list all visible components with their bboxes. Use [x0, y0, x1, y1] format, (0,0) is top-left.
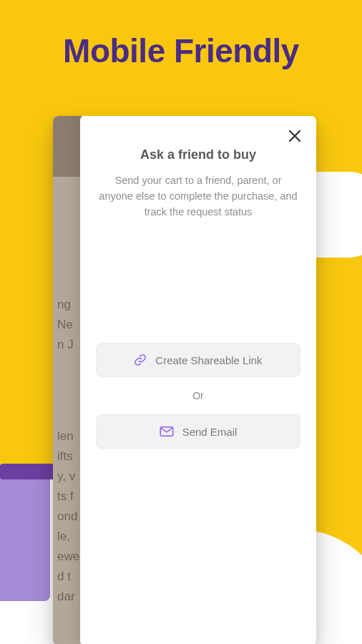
button-label: Create Shareable Link — [155, 354, 262, 366]
close-button[interactable] — [285, 126, 305, 146]
button-label: Send Email — [182, 426, 238, 438]
bg-text-fragment: ng Ne n J — [53, 295, 82, 355]
create-shareable-link-button[interactable]: Create Shareable Link — [96, 343, 300, 377]
close-icon — [288, 129, 302, 143]
phone-bg-top — [53, 116, 82, 177]
link-icon — [134, 353, 147, 366]
email-icon — [160, 426, 174, 437]
phone-frame: ng Ne n J len ifts y, v ts f ond le, ewe… — [53, 116, 316, 644]
modal-actions: Create Shareable Link Or Send Email — [96, 343, 300, 449]
bg-shape — [0, 472, 50, 601]
send-email-button[interactable]: Send Email — [96, 414, 300, 449]
phone-bg-left: ng Ne n J len ifts y, v ts f ond le, ewe… — [53, 116, 82, 644]
modal-title: Ask a friend to buy — [96, 147, 300, 162]
or-separator: Or — [192, 390, 204, 401]
bg-text-fragment: len ifts y, v ts f ond le, ewe d t dar — [53, 426, 82, 607]
modal-subtitle: Send your cart to a friend, parent, or a… — [96, 172, 300, 220]
promo-stage: Mobile Friendly ng Ne n J len ifts y, v … — [0, 0, 362, 644]
ask-friend-modal: Ask a friend to buy Send your cart to a … — [80, 116, 316, 644]
page-title: Mobile Friendly — [0, 31, 362, 70]
